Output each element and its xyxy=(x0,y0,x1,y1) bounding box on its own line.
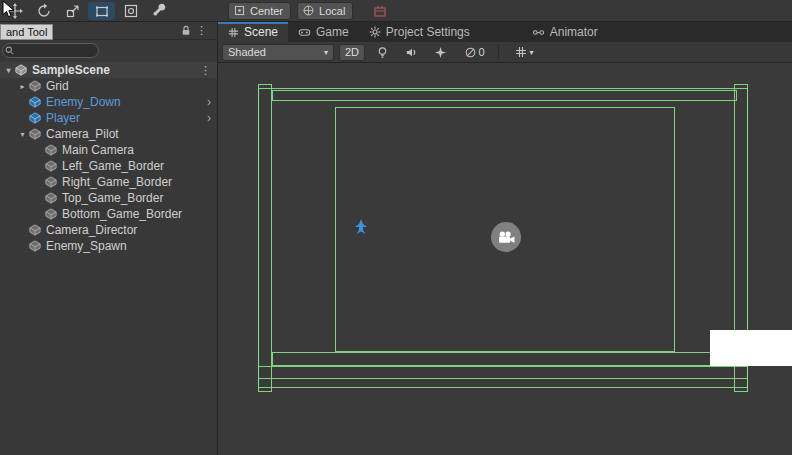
tab-scene[interactable]: Scene xyxy=(218,22,288,42)
item-label: Player xyxy=(46,111,80,125)
scene-lighting-button[interactable] xyxy=(370,44,394,61)
eye-off-icon xyxy=(464,46,477,59)
scale-tool-button[interactable] xyxy=(59,2,86,20)
rotate-tool-icon xyxy=(36,3,52,19)
tab-label: Game xyxy=(316,25,349,39)
tab-label: Scene xyxy=(244,25,278,39)
scene-audio-button[interactable] xyxy=(399,44,423,61)
pivot-mode-button[interactable]: Center xyxy=(228,2,291,20)
tab-project-settings[interactable]: Project Settings xyxy=(359,22,480,42)
player-sprite[interactable] xyxy=(353,218,369,235)
pivot-mode-label: Center xyxy=(250,5,283,17)
expanded-arrow-icon[interactable]: ▾ xyxy=(2,66,15,75)
hierarchy-item-enemy-spawn[interactable]: Enemy_Spawn xyxy=(0,238,217,254)
hierarchy-header: and Tool ⋮ xyxy=(0,22,217,40)
tab-bar: Scene Game Project Settings Animator xyxy=(218,22,792,42)
gameobject-icon xyxy=(29,80,42,93)
main-toolbar: Center Local xyxy=(0,0,792,22)
chevron-down-icon: ▾ xyxy=(324,48,328,57)
speaker-icon xyxy=(405,46,418,59)
camera-gizmo[interactable] xyxy=(491,222,521,252)
tab-label: Animator xyxy=(550,25,598,39)
tab-game[interactable]: Game xyxy=(288,22,359,42)
tab-label: Project Settings xyxy=(386,25,470,39)
item-label: Enemy_Spawn xyxy=(46,239,127,253)
prefab-open-chevron-icon[interactable]: › xyxy=(207,111,211,125)
hierarchy-item-main-camera[interactable]: Main Camera xyxy=(0,142,217,158)
camera-icon xyxy=(498,231,515,244)
hierarchy-item-player[interactable]: Player › xyxy=(0,110,217,126)
wrench-icon xyxy=(152,3,168,19)
chevron-down-icon: ▾ xyxy=(530,48,534,57)
hidden-objects-count: 0 xyxy=(479,46,485,58)
item-label: Bottom_Game_Border xyxy=(62,207,182,221)
rotate-tool-button[interactable] xyxy=(30,2,57,20)
item-label: Right_Game_Border xyxy=(62,175,172,189)
white-overlay-box xyxy=(710,330,792,366)
item-label: Camera_Director xyxy=(46,223,137,237)
gameobject-icon xyxy=(29,240,42,253)
scene-row-samplescene[interactable]: ▾ SampleScene ⋮ xyxy=(0,62,217,78)
scene-effects-button[interactable] xyxy=(428,44,452,61)
gameobject-icon xyxy=(45,160,58,173)
scene-icon xyxy=(15,64,28,77)
draw-mode-label: Shaded xyxy=(228,46,266,58)
top-game-border-gizmo xyxy=(272,90,737,101)
hierarchy-tree: ▾ SampleScene ⋮ ▸ Grid Enemy_Down › Play… xyxy=(0,62,217,254)
hierarchy-item-camera-director[interactable]: Camera_Director xyxy=(0,222,217,238)
effects-star-icon xyxy=(434,46,447,59)
animator-tab-icon xyxy=(532,27,545,38)
lightbulb-icon xyxy=(376,46,389,59)
local-axis-icon xyxy=(302,4,315,17)
panel-menu-icon[interactable]: ⋮ xyxy=(196,24,207,37)
hierarchy-item-grid[interactable]: ▸ Grid xyxy=(0,78,217,94)
hierarchy-item-bottom-game-border[interactable]: Bottom_Game_Border xyxy=(0,206,217,222)
expanded-arrow-icon[interactable]: ▾ xyxy=(16,130,29,139)
gameobject-icon xyxy=(29,128,42,141)
scale-tool-icon xyxy=(65,3,81,19)
collapsed-arrow-icon[interactable]: ▸ xyxy=(16,82,29,91)
orientation-mode-button[interactable]: Local xyxy=(297,2,353,20)
transform-tool-icon xyxy=(123,3,139,19)
hierarchy-item-enemy-down[interactable]: Enemy_Down › xyxy=(0,94,217,110)
prefab-icon xyxy=(29,112,42,125)
hierarchy-search-input[interactable] xyxy=(2,43,99,58)
tab-animator[interactable]: Animator xyxy=(522,22,608,42)
gameobject-icon xyxy=(45,144,58,157)
scene-viewport[interactable] xyxy=(218,63,792,455)
prefab-open-chevron-icon[interactable]: › xyxy=(207,95,211,109)
item-label: Top_Game_Border xyxy=(62,191,163,205)
hierarchy-item-camera-pilot[interactable]: ▾ Camera_Pilot xyxy=(0,126,217,142)
lock-icon[interactable] xyxy=(181,25,191,36)
search-icon xyxy=(5,46,14,55)
gear-icon xyxy=(369,26,381,38)
snap-settings-button[interactable] xyxy=(366,2,393,20)
rect-tool-icon xyxy=(94,3,110,19)
hierarchy-item-left-game-border[interactable]: Left_Game_Border xyxy=(0,158,217,174)
rect-tool-button[interactable] xyxy=(88,2,115,20)
2d-toggle-button[interactable]: 2D xyxy=(339,44,365,61)
hierarchy-panel: and Tool ⋮ ▾ SampleScene ⋮ ▸ Grid Enemy_… xyxy=(0,22,218,455)
scene-visibility-button[interactable]: 0 xyxy=(457,44,491,61)
item-label: Left_Game_Border xyxy=(62,159,164,173)
hierarchy-item-right-game-border[interactable]: Right_Game_Border xyxy=(0,174,217,190)
gameobject-icon xyxy=(29,224,42,237)
scene-options-icon[interactable]: ⋮ xyxy=(200,64,211,77)
bottom-outer-border-gizmo xyxy=(258,366,748,379)
mouse-cursor-icon xyxy=(2,0,16,20)
toolbar-divider xyxy=(498,45,499,59)
draw-mode-dropdown[interactable]: Shaded ▾ xyxy=(222,44,334,61)
scene-label: SampleScene xyxy=(32,63,110,77)
hand-tool-tooltip: and Tool xyxy=(0,24,53,40)
item-label: Enemy_Down xyxy=(46,95,121,109)
prefab-icon xyxy=(29,96,42,109)
hierarchy-search-row xyxy=(0,40,217,60)
bottom-game-border-gizmo xyxy=(272,352,737,366)
hierarchy-item-top-game-border[interactable]: Top_Game_Border xyxy=(0,190,217,206)
pivot-center-icon xyxy=(233,4,246,17)
grid-visibility-dropdown[interactable]: ▾ xyxy=(506,44,542,61)
custom-tool-button[interactable] xyxy=(146,2,173,20)
transform-tool-button[interactable] xyxy=(117,2,144,20)
item-label: Main Camera xyxy=(62,143,134,157)
grid-icon xyxy=(515,46,527,58)
